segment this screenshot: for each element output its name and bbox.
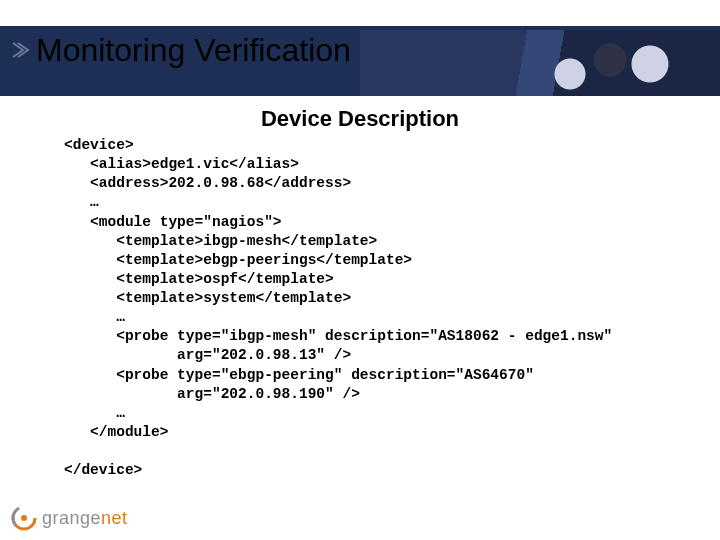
code-block: <device> <alias>edge1.vic</alias> <addre… (64, 136, 684, 480)
banner-graphic (360, 30, 720, 96)
footer-logo: grangenet (10, 504, 128, 532)
slide-subtitle: Device Description (0, 106, 720, 132)
slide-title: Monitoring Verification (36, 32, 351, 69)
logo-text: grangenet (42, 508, 128, 529)
arrow-icon (10, 40, 30, 60)
logo-text-orange: net (101, 508, 128, 528)
slide: Monitoring Verification Device Descripti… (0, 0, 720, 540)
logo-icon (10, 504, 38, 532)
logo-text-gray: grange (42, 508, 101, 528)
svg-point-2 (21, 515, 27, 521)
